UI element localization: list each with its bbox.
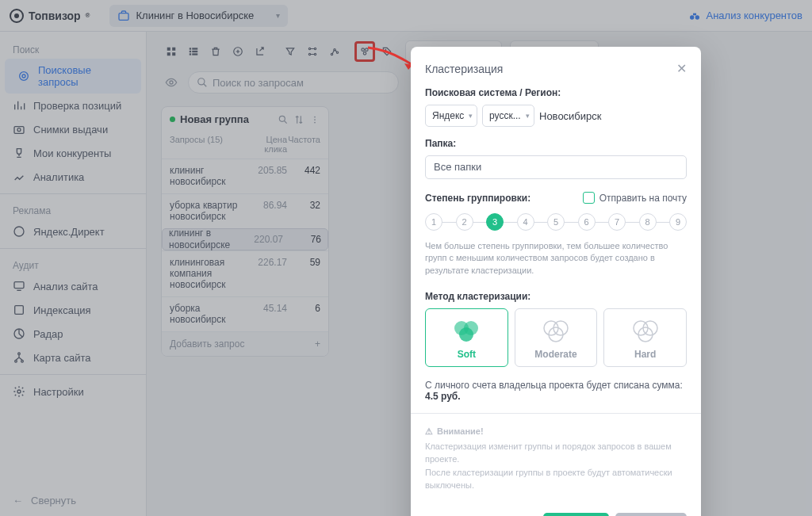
cost-line: С личного счета владельца проекта будет …	[425, 380, 687, 402]
checkbox-icon	[583, 192, 595, 204]
degree-label: Степень группировки:	[425, 193, 530, 204]
step-3[interactable]: 3	[486, 213, 504, 231]
clustering-modal: Кластеризация ✕ Поисковая система / Реги…	[411, 47, 701, 516]
chevron-down-icon: ▾	[526, 112, 530, 120]
region-text: Новосибирск	[539, 110, 602, 122]
step-5[interactable]: 5	[547, 213, 565, 231]
folder-label: Папка:	[425, 138, 687, 149]
step-4[interactable]: 4	[517, 213, 534, 231]
warning-icon: ⚠	[425, 425, 433, 438]
warning-block: ⚠Внимание! Кластеризация изменит группы …	[425, 425, 687, 492]
search-engine-dropdown[interactable]: Яндекс▾	[425, 105, 477, 127]
close-button[interactable]: Закрыть	[615, 513, 687, 516]
se-region-label: Поисковая система / Регион:	[425, 87, 687, 98]
language-dropdown[interactable]: русск...▾	[482, 105, 534, 127]
start-button[interactable]: Начать	[543, 513, 609, 516]
method-hard[interactable]: Hard	[603, 308, 687, 367]
svg-point-51	[643, 321, 657, 335]
modal-title: Кластеризация	[425, 63, 503, 75]
folder-input[interactable]: Все папки	[425, 155, 687, 179]
svg-point-48	[553, 321, 568, 335]
step-9[interactable]: 9	[669, 213, 687, 231]
step-1[interactable]: 1	[425, 213, 442, 231]
step-7[interactable]: 7	[608, 213, 626, 231]
venn-hard-icon	[607, 317, 683, 344]
degree-hint: Чем больше степень группировки, тем боль…	[425, 240, 687, 277]
venn-moderate-icon	[519, 317, 594, 344]
close-icon[interactable]: ✕	[676, 61, 687, 76]
method-soft[interactable]: Soft	[425, 308, 508, 367]
venn-soft-icon	[429, 317, 504, 344]
degree-stepper[interactable]: 123456789	[425, 213, 687, 232]
svg-point-49	[549, 327, 563, 342]
send-mail-checkbox[interactable]: Отправить на почту	[583, 192, 687, 204]
step-2[interactable]: 2	[456, 213, 473, 231]
step-8[interactable]: 8	[639, 213, 657, 231]
svg-point-46	[459, 327, 473, 342]
chevron-down-icon: ▾	[469, 112, 473, 120]
method-label: Метод кластеризации:	[425, 291, 687, 302]
svg-point-52	[638, 327, 653, 342]
step-6[interactable]: 6	[578, 213, 596, 231]
method-moderate[interactable]: Moderate	[515, 308, 598, 367]
